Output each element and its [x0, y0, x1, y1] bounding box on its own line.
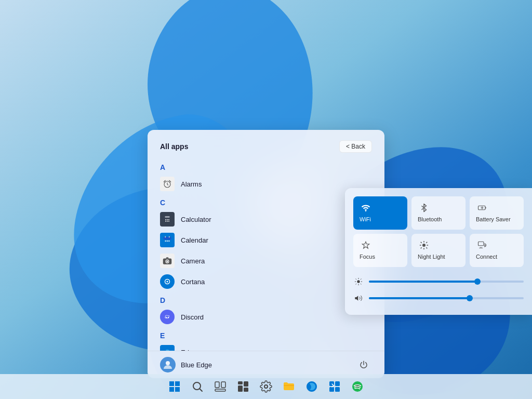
- qs-tile-wifi-label: WiFi: [360, 216, 371, 222]
- svg-rect-49: [329, 387, 334, 392]
- taskbar: [0, 374, 532, 399]
- wifi-icon: [360, 202, 372, 214]
- qs-tile-wifi[interactable]: WiFi: [353, 196, 407, 230]
- section-letter-e: E: [154, 327, 378, 342]
- svg-rect-5: [165, 216, 170, 218]
- app-name: Discord: [181, 313, 204, 321]
- svg-point-21: [167, 261, 168, 262]
- svg-point-27: [166, 361, 170, 365]
- night-light-icon: [418, 239, 430, 251]
- svg-rect-44: [238, 385, 243, 392]
- focus-icon: [360, 239, 372, 251]
- svg-rect-37: [175, 387, 180, 392]
- qs-tile-focus[interactable]: Focus: [353, 234, 407, 267]
- svg-rect-16: [165, 241, 166, 242]
- svg-rect-35: [175, 381, 180, 386]
- taskbar-center: [164, 376, 368, 397]
- svg-rect-50: [335, 387, 340, 392]
- brightness-slider-row: [353, 273, 524, 290]
- app-icon-cortana: [160, 274, 175, 289]
- taskbar-explorer[interactable]: [278, 376, 299, 397]
- app-icon-calculator: [160, 212, 175, 227]
- svg-rect-41: [215, 389, 225, 391]
- svg-point-24: [167, 281, 168, 283]
- taskbar-edge[interactable]: [301, 376, 322, 397]
- user-name: Blue Edge: [181, 361, 212, 369]
- taskbar-start[interactable]: [164, 376, 185, 397]
- svg-rect-43: [244, 381, 248, 387]
- taskbar-taskview[interactable]: [210, 376, 231, 397]
- svg-point-28: [365, 210, 366, 211]
- start-menu-header: All apps < Back: [148, 130, 384, 159]
- svg-rect-15: [169, 236, 170, 238]
- svg-point-31: [422, 244, 425, 247]
- taskbar-widgets[interactable]: [233, 376, 254, 397]
- qs-tile-connect[interactable]: Connect: [470, 234, 524, 267]
- all-apps-title: All apps: [160, 142, 188, 151]
- svg-rect-42: [238, 381, 243, 384]
- app-icon-calendar: [160, 233, 175, 247]
- taskbar-search[interactable]: [187, 376, 208, 397]
- app-icon-alarms: [160, 177, 175, 191]
- svg-rect-18: [168, 241, 169, 242]
- qs-tile-night-light-label: Night Light: [418, 254, 445, 260]
- qs-tile-battery-saver[interactable]: Battery Saver: [470, 196, 524, 230]
- svg-rect-39: [215, 382, 219, 388]
- svg-point-10: [167, 221, 168, 222]
- app-name: Calculator: [181, 216, 211, 223]
- qs-tile-focus-label: Focus: [360, 254, 375, 260]
- app-icon-discord: [160, 310, 175, 324]
- taskbar-store[interactable]: [324, 376, 345, 397]
- svg-rect-32: [478, 242, 484, 246]
- brightness-slider[interactable]: [369, 281, 524, 283]
- list-item[interactable]: Edge: [154, 342, 378, 351]
- svg-point-8: [168, 219, 169, 220]
- svg-rect-48: [335, 381, 340, 386]
- svg-rect-34: [169, 381, 174, 386]
- svg-rect-40: [221, 382, 225, 388]
- quick-settings-tiles: WiFi Bluetooth Battery Saver: [353, 196, 524, 267]
- taskbar-settings[interactable]: [256, 376, 276, 397]
- svg-point-6: [165, 219, 166, 220]
- connect-icon: [476, 239, 488, 251]
- taskbar-spotify[interactable]: [347, 376, 368, 397]
- svg-point-11: [168, 221, 169, 222]
- qs-tile-night-light[interactable]: Night Light: [411, 234, 466, 267]
- qs-tile-battery-saver-label: Battery Saver: [476, 216, 511, 222]
- volume-slider-row: [353, 290, 524, 307]
- brightness-icon: [353, 276, 364, 287]
- app-name: Alarms: [181, 180, 202, 188]
- bluetooth-icon: [418, 202, 430, 214]
- quick-settings-panel: WiFi Bluetooth Battery Saver: [345, 188, 532, 315]
- svg-rect-14: [165, 236, 166, 238]
- svg-point-9: [165, 221, 166, 222]
- app-name: Calendar: [181, 236, 208, 244]
- svg-rect-45: [244, 388, 248, 392]
- battery-saver-icon: [476, 202, 488, 214]
- list-item[interactable]: Alarms: [154, 174, 378, 194]
- svg-point-33: [357, 280, 360, 283]
- svg-rect-17: [167, 241, 168, 242]
- app-icon-edge: [160, 345, 175, 351]
- qs-tile-bluetooth[interactable]: Bluetooth: [411, 196, 466, 230]
- app-name: Camera: [181, 257, 205, 265]
- svg-rect-30: [485, 207, 486, 209]
- back-button[interactable]: < Back: [339, 140, 372, 153]
- qs-tile-connect-label: Connect: [476, 254, 497, 260]
- app-name: Cortana: [181, 278, 205, 286]
- section-letter-a: A: [154, 159, 378, 174]
- avatar: [160, 357, 176, 373]
- svg-point-7: [167, 219, 168, 220]
- volume-icon: [353, 293, 364, 303]
- svg-rect-36: [169, 387, 174, 392]
- volume-slider[interactable]: [369, 297, 524, 299]
- app-icon-camera: [160, 254, 175, 268]
- user-profile[interactable]: Blue Edge: [160, 357, 212, 373]
- svg-point-25: [164, 313, 171, 321]
- power-button[interactable]: [355, 356, 372, 373]
- qs-tile-bluetooth-label: Bluetooth: [418, 216, 442, 222]
- svg-rect-13: [164, 237, 171, 240]
- svg-point-46: [264, 385, 268, 388]
